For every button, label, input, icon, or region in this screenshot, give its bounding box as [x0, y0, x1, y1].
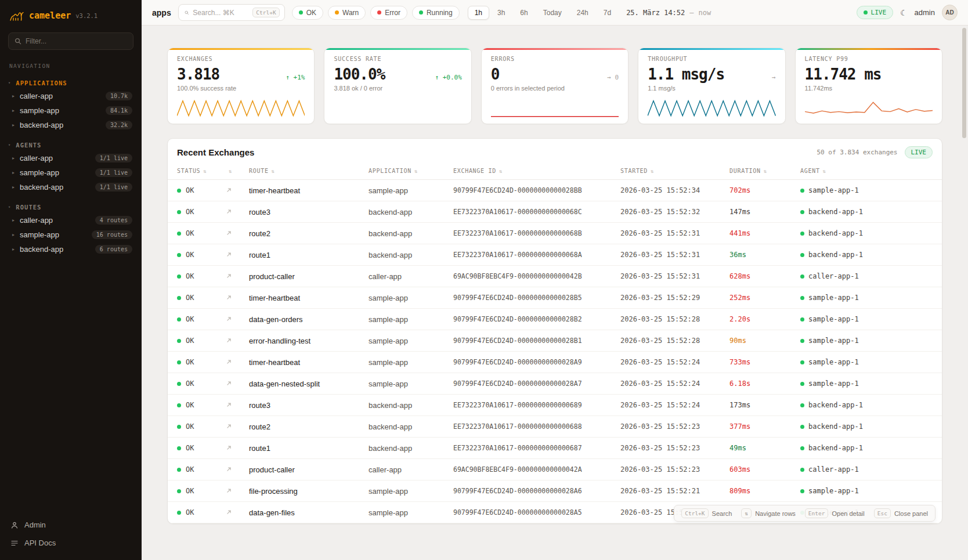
- column-header-agent[interactable]: AGENT⇅: [796, 165, 942, 180]
- exchange-row[interactable]: OKdata-gen-nested-splitsample-app90799F4…: [168, 373, 942, 395]
- open-detail-cell[interactable]: [221, 244, 244, 266]
- open-detail-cell[interactable]: [221, 223, 244, 244]
- exchange-row[interactable]: OKdata-gen-orderssample-app90799F47E6CD2…: [168, 309, 942, 330]
- exchange-row[interactable]: OKfile-processingsample-app90799F47E6CD2…: [168, 480, 942, 502]
- exchange-row[interactable]: OKroute1backend-appEE7322370A10617-00000…: [168, 244, 942, 266]
- sidebar-item-sample-app[interactable]: ▸sample-app16 routes: [0, 227, 142, 242]
- sort-icon[interactable]: ⇅: [414, 168, 418, 174]
- dark-mode-toggle[interactable]: ☾: [900, 8, 908, 17]
- open-detail-cell[interactable]: [221, 201, 244, 223]
- sort-icon[interactable]: ⇅: [229, 168, 232, 174]
- open-detail-icon[interactable]: [226, 380, 232, 388]
- exchange-row[interactable]: OKtimer-heartbeatsample-app90799F47E6CD2…: [168, 287, 942, 309]
- sort-icon[interactable]: ⇅: [651, 168, 654, 174]
- open-detail-cell[interactable]: [221, 309, 244, 330]
- column-header-application[interactable]: APPLICATION⇅: [364, 165, 449, 180]
- search-box[interactable]: Ctrl+K: [178, 4, 285, 21]
- footer-item-api-docs[interactable]: API Docs: [0, 534, 142, 552]
- open-detail-icon[interactable]: [226, 315, 232, 324]
- footer-item-admin[interactable]: Admin: [0, 516, 142, 534]
- open-detail-icon[interactable]: [226, 208, 232, 216]
- sidebar-item-backend-app[interactable]: ▸backend-app32.2k: [0, 118, 142, 132]
- sidebar-item-backend-app[interactable]: ▸backend-app6 routes: [0, 242, 142, 256]
- open-detail-icon[interactable]: [226, 294, 232, 302]
- range-24h[interactable]: 24h: [570, 6, 595, 20]
- open-detail-icon[interactable]: [226, 358, 232, 367]
- column-header-status[interactable]: STATUS⇅: [168, 165, 221, 180]
- open-detail-icon[interactable]: [226, 186, 232, 195]
- open-detail-icon[interactable]: [226, 229, 232, 238]
- sidebar-item-sample-app[interactable]: ▸sample-app1/1 live: [0, 165, 142, 180]
- column-header-exchange-id[interactable]: EXCHANGE ID⇅: [449, 165, 616, 180]
- open-detail-icon[interactable]: [226, 401, 232, 410]
- sort-icon[interactable]: ⇅: [764, 168, 767, 174]
- filter-chip-ok[interactable]: OK: [292, 6, 323, 20]
- open-detail-cell[interactable]: [221, 266, 244, 287]
- sort-icon[interactable]: ⇅: [823, 168, 826, 174]
- sidebar-item-caller-app[interactable]: ▸caller-app4 routes: [0, 213, 142, 227]
- open-detail-icon[interactable]: [226, 251, 232, 259]
- open-detail-icon[interactable]: [226, 422, 232, 431]
- open-detail-icon[interactable]: [226, 337, 232, 345]
- open-detail-icon[interactable]: [226, 487, 232, 496]
- range-today[interactable]: Today: [536, 6, 569, 20]
- sort-icon[interactable]: ⇅: [203, 168, 207, 174]
- live-indicator[interactable]: LIVE: [857, 6, 894, 19]
- section-header-agents[interactable]: ▾AGENTS: [0, 139, 142, 151]
- column-header-route[interactable]: ROUTE⇅: [244, 165, 364, 180]
- open-detail-cell[interactable]: [221, 502, 244, 523]
- exchange-row[interactable]: OKroute3backend-appEE7322370A10617-00000…: [168, 395, 942, 416]
- filter-chip-error[interactable]: Error: [370, 6, 407, 20]
- section-header-applications[interactable]: ▾APPLICATIONS: [0, 77, 142, 89]
- filter-input[interactable]: [26, 37, 127, 45]
- open-detail-icon[interactable]: [226, 444, 232, 453]
- open-detail-cell[interactable]: [221, 459, 244, 480]
- open-detail-icon[interactable]: [226, 508, 232, 517]
- sort-icon[interactable]: ⇅: [272, 168, 275, 174]
- sidebar-item-sample-app[interactable]: ▸sample-app84.1k: [0, 103, 142, 118]
- exchange-row[interactable]: OKroute2backend-appEE7322370A10617-00000…: [168, 223, 942, 244]
- route-cell: route2: [244, 223, 364, 244]
- open-detail-cell[interactable]: [221, 416, 244, 438]
- chevron-right-icon: ▸: [12, 93, 15, 99]
- open-detail-icon[interactable]: [226, 465, 232, 474]
- search-input[interactable]: [193, 9, 248, 17]
- vertical-scrollbar[interactable]: [962, 28, 966, 557]
- open-detail-cell[interactable]: [221, 180, 244, 201]
- sidebar-item-caller-app[interactable]: ▸caller-app1/1 live: [0, 151, 142, 165]
- exchange-row[interactable]: OKtimer-heartbeatsample-app90799F47E6CD2…: [168, 180, 942, 201]
- avatar[interactable]: AD: [942, 5, 958, 20]
- exchange-row[interactable]: OKroute1backend-appEE7322370A10617-00000…: [168, 438, 942, 459]
- exchange-row[interactable]: OKproduct-callercaller-app69AC90BF8EBC4F…: [168, 459, 942, 480]
- sidebar-item-caller-app[interactable]: ▸caller-app10.7k: [0, 89, 142, 103]
- open-detail-cell[interactable]: [221, 373, 244, 395]
- scrollbar-thumb[interactable]: [962, 28, 966, 138]
- open-detail-cell[interactable]: [221, 330, 244, 352]
- sort-icon[interactable]: ⇅: [499, 168, 503, 174]
- exchange-row[interactable]: OKroute3backend-appEE7322370A10617-00000…: [168, 201, 942, 223]
- exchange-row[interactable]: OKproduct-callercaller-app69AC90BF8EBC4F…: [168, 266, 942, 287]
- column-header-started[interactable]: STARTED⇅: [616, 165, 725, 180]
- exchange-row[interactable]: OKerror-handling-testsample-app90799F47E…: [168, 330, 942, 352]
- range-6h[interactable]: 6h: [513, 6, 534, 20]
- open-detail-icon[interactable]: [226, 272, 232, 281]
- open-detail-cell[interactable]: [221, 352, 244, 373]
- range-7d[interactable]: 7d: [597, 6, 618, 20]
- section-header-routes[interactable]: ▾ROUTES: [0, 201, 142, 213]
- exchange-row[interactable]: OKtimer-heartbeatsample-app90799F47E6CD2…: [168, 352, 942, 373]
- open-detail-cell[interactable]: [221, 438, 244, 459]
- exchange-row[interactable]: OKroute2backend-appEE7322370A10617-00000…: [168, 416, 942, 438]
- sidebar-item-backend-app[interactable]: ▸backend-app1/1 live: [0, 180, 142, 194]
- sidebar-filter[interactable]: [8, 32, 133, 50]
- time-period[interactable]: 25. März 14:52 — now: [626, 9, 711, 17]
- open-detail-cell[interactable]: [221, 480, 244, 502]
- range-3h[interactable]: 3h: [490, 6, 512, 20]
- filter-chip-warn[interactable]: Warn: [328, 6, 366, 20]
- open-detail-cell[interactable]: [221, 287, 244, 309]
- sidebar-item-label: sample-app: [20, 168, 59, 177]
- column-header-actions[interactable]: ⇅: [221, 165, 244, 180]
- column-header-duration[interactable]: DURATION⇅: [725, 165, 796, 180]
- filter-chip-running[interactable]: Running: [412, 6, 460, 20]
- range-1h[interactable]: 1h: [468, 6, 489, 20]
- open-detail-cell[interactable]: [221, 395, 244, 416]
